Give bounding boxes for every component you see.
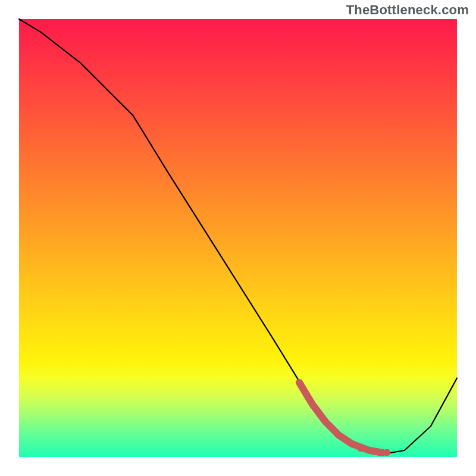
highlight-dot xyxy=(370,447,377,455)
highlight-segment xyxy=(299,383,383,453)
plot-area xyxy=(19,19,457,457)
chart-svg xyxy=(19,19,457,457)
bottleneck-curve xyxy=(19,19,457,455)
watermark-text: TheBottleneck.com xyxy=(346,2,469,18)
highlight-dot xyxy=(383,449,390,456)
highlight-dot xyxy=(357,444,364,452)
highlight-dots xyxy=(357,444,390,456)
chart-container: TheBottleneck.com xyxy=(0,0,476,476)
